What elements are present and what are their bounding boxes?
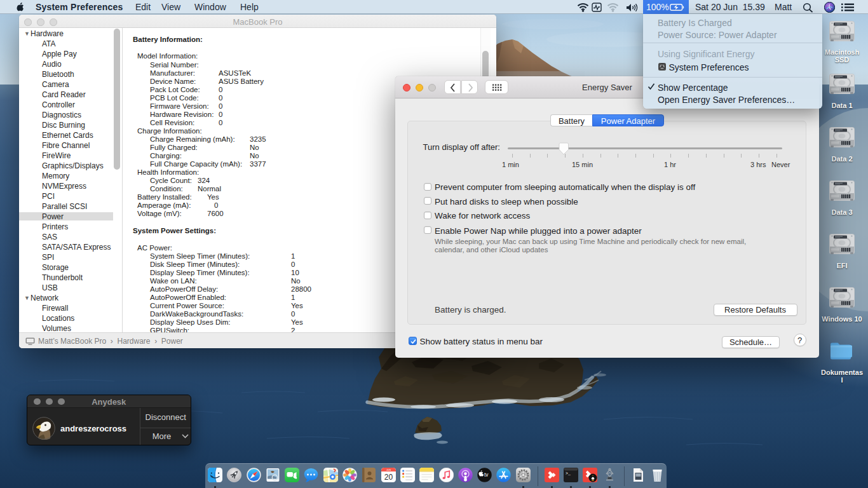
svg-text:>_: >_ <box>566 471 571 476</box>
svg-text:20: 20 <box>384 473 393 482</box>
svg-text:JUN: JUN <box>386 469 391 471</box>
svg-text:tv: tv <box>484 472 489 478</box>
